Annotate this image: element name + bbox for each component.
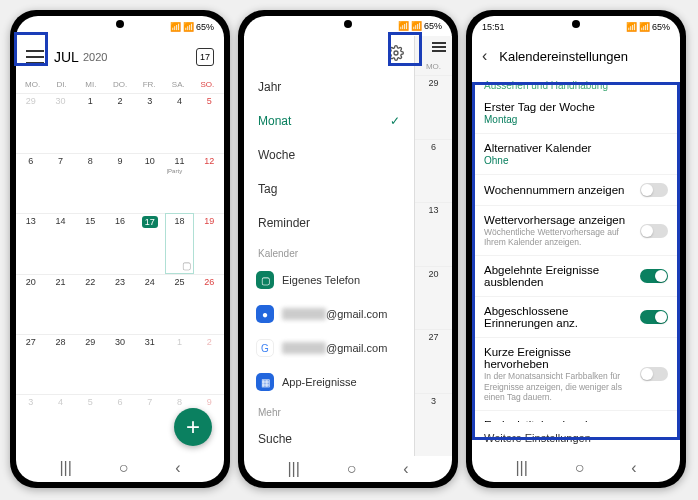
recent-button[interactable]: |||	[59, 459, 71, 477]
calendar-day[interactable]: 31	[135, 334, 165, 394]
calendar-day[interactable]: 7	[135, 394, 165, 454]
back-icon[interactable]: ‹	[482, 47, 487, 65]
view-option[interactable]: Monat✓	[244, 104, 414, 138]
calendar-day[interactable]: 15	[75, 213, 105, 273]
calendar-day[interactable]: 8	[75, 153, 105, 213]
calendar-day[interactable]: 2	[194, 334, 224, 394]
weekday-label: MI.	[76, 80, 105, 89]
phone-calendar: 📶📶65% JUL 2020 17 MO.DI.MI.DO.FR.SA.SO. …	[10, 10, 230, 488]
toggle-switch[interactable]	[640, 310, 668, 324]
weekday-label: SA.	[164, 80, 193, 89]
setting-row[interactable]: Kurze Ereignisse hervorhebenIn der Monat…	[472, 338, 680, 411]
calendar-day[interactable]: 19	[194, 213, 224, 273]
calendar-account[interactable]: ●xxxxxxxx@gmail.com	[244, 297, 414, 331]
setting-row[interactable]: Wettervorhersage anzeigenWöchentliche We…	[472, 206, 680, 256]
more-settings[interactable]: Weitere Einstellungen	[472, 422, 680, 454]
today-icon[interactable]: 17	[196, 48, 214, 66]
calendar-day[interactable]: 30	[105, 334, 135, 394]
calendar-day[interactable]: 29	[16, 93, 46, 153]
calendar-icon: ●	[256, 305, 274, 323]
back-button[interactable]: ‹	[175, 459, 180, 477]
more-label: Mehr	[244, 399, 414, 422]
calendar-day[interactable]: 5	[75, 394, 105, 454]
calendar-day[interactable]: 20	[16, 274, 46, 334]
search-item[interactable]: Suche	[244, 422, 414, 456]
weekday-label: DO.	[105, 80, 134, 89]
peek-day[interactable]: 29	[415, 75, 452, 139]
calendar-day[interactable]: 13	[16, 213, 46, 273]
peek-day[interactable]: 13	[415, 202, 452, 266]
calendar-account[interactable]: ▦App-Ereignisse	[244, 365, 414, 399]
page-title: Kalendereinstellungen	[499, 49, 628, 64]
calendar-day[interactable]: 5	[194, 93, 224, 153]
section-label: Aussehen und Handhabung	[472, 74, 680, 93]
calendar-icon: ▢	[256, 271, 274, 289]
home-button[interactable]: ○	[575, 459, 585, 477]
sidebar: JahrMonat✓WocheTagReminderKalender▢Eigen…	[244, 36, 414, 456]
calendar-day[interactable]: 4	[165, 93, 195, 153]
toggle-switch[interactable]	[640, 269, 668, 283]
calendar-day[interactable]: 4	[46, 394, 76, 454]
calendar-day[interactable]: 18▢	[165, 213, 195, 273]
year-label: 2020	[83, 51, 107, 63]
menu-icon[interactable]	[432, 42, 446, 52]
calendar-icon: G	[256, 339, 274, 357]
calendar-day[interactable]: 25	[165, 274, 195, 334]
calendar-day[interactable]: 29	[75, 334, 105, 394]
month-label[interactable]: JUL	[54, 49, 79, 65]
calendar-day[interactable]: 3	[16, 394, 46, 454]
recent-button[interactable]: |||	[515, 459, 527, 477]
calendar-grid[interactable]: 29301234567891011|Party12131415161718▢19…	[16, 93, 224, 454]
calendar-day[interactable]: 11|Party	[165, 153, 195, 213]
toggle-switch[interactable]	[640, 224, 668, 238]
calendar-day[interactable]: 26	[194, 274, 224, 334]
calendar-day[interactable]: 2	[105, 93, 135, 153]
add-event-fab[interactable]: +	[174, 408, 212, 446]
calendar-day[interactable]: 14	[46, 213, 76, 273]
home-button[interactable]: ○	[119, 459, 129, 477]
setting-row[interactable]: Ereignistitel umbrechen lassenZulassen, …	[472, 411, 680, 422]
calendar-day[interactable]: 1	[165, 334, 195, 394]
calendar-day[interactable]: 17	[135, 213, 165, 273]
setting-row[interactable]: Alternativer KalenderOhne	[472, 134, 680, 175]
back-button[interactable]: ‹	[403, 460, 408, 478]
back-button[interactable]: ‹	[631, 459, 636, 477]
calendar-account[interactable]: Gxxxxxxxx@gmail.com	[244, 331, 414, 365]
calendar-day[interactable]: 7	[46, 153, 76, 213]
calendar-day[interactable]: 1	[75, 93, 105, 153]
calendar-day[interactable]: 3	[135, 93, 165, 153]
calendar-day[interactable]: 16	[105, 213, 135, 273]
menu-icon[interactable]	[26, 50, 44, 64]
view-option[interactable]: Reminder	[244, 206, 414, 240]
calendar-day[interactable]: 6	[16, 153, 46, 213]
calendar-day[interactable]: 22	[75, 274, 105, 334]
home-button[interactable]: ○	[347, 460, 357, 478]
calendar-day[interactable]: 21	[46, 274, 76, 334]
calendar-day[interactable]: 27	[16, 334, 46, 394]
peek-day[interactable]: 3	[415, 393, 452, 457]
calendar-day[interactable]: 24	[135, 274, 165, 334]
toggle-switch[interactable]	[640, 183, 668, 197]
setting-row[interactable]: Erster Tag der WocheMontag	[472, 93, 680, 134]
peek-day[interactable]: 6	[415, 139, 452, 203]
calendar-day[interactable]: 23	[105, 274, 135, 334]
calendar-account[interactable]: ▢Eigenes Telefon	[244, 263, 414, 297]
toggle-switch[interactable]	[640, 367, 668, 381]
calendar-day[interactable]: 10	[135, 153, 165, 213]
recent-button[interactable]: |||	[287, 460, 299, 478]
calendar-day[interactable]: 30	[46, 93, 76, 153]
setting-row[interactable]: Abgeschlossene Erinnerungen anz.	[472, 297, 680, 338]
gear-icon[interactable]	[388, 45, 404, 61]
view-option[interactable]: Woche	[244, 138, 414, 172]
peek-day[interactable]: 27	[415, 329, 452, 393]
calendar-day[interactable]: 9	[105, 153, 135, 213]
calendar-day[interactable]: 6	[105, 394, 135, 454]
view-option[interactable]: Tag	[244, 172, 414, 206]
settings-header: ‹ Kalendereinstellungen	[472, 38, 680, 74]
calendar-day[interactable]: 28	[46, 334, 76, 394]
peek-day[interactable]: 20	[415, 266, 452, 330]
setting-row[interactable]: Abgelehnte Ereignisse ausblenden	[472, 256, 680, 297]
setting-row[interactable]: Wochennummern anzeigen	[472, 175, 680, 206]
calendar-day[interactable]: 12	[194, 153, 224, 213]
view-option[interactable]: Jahr	[244, 70, 414, 104]
